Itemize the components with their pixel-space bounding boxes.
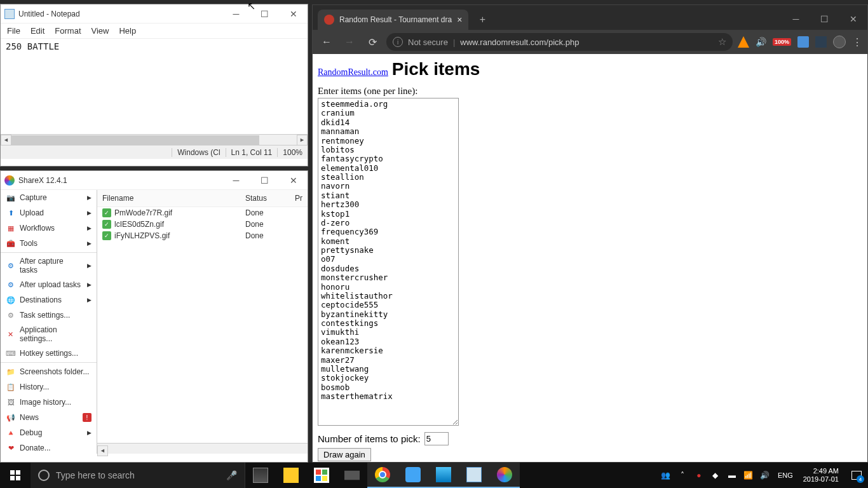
sidebar-item[interactable]: 📋History... bbox=[1, 379, 97, 395]
chrome-taskbar-button[interactable] bbox=[367, 463, 398, 488]
close-button[interactable]: ✕ bbox=[279, 171, 308, 190]
taskbar-search[interactable]: Type here to search 🎤 bbox=[31, 463, 245, 488]
app2-taskbar-button[interactable] bbox=[428, 463, 459, 488]
sidebar-item[interactable]: 📢News! bbox=[1, 410, 97, 425]
site-info-icon[interactable]: i bbox=[393, 37, 403, 47]
close-button[interactable]: ✕ bbox=[839, 10, 867, 29]
forward-button[interactable]: → bbox=[341, 33, 358, 51]
sidebar-item-icon: 🧰 bbox=[6, 238, 16, 248]
file-status: Done bbox=[245, 208, 264, 217]
chrome-toolbar: ← → ⟳ i Not secure | www.randomresult.co… bbox=[313, 30, 867, 54]
sharex-taskbar-button[interactable] bbox=[489, 463, 520, 488]
file-row[interactable]: ✓PmWode7r7R.gifDone bbox=[97, 207, 308, 219]
sharex-titlebar[interactable]: ShareX 12.4.1 ─ ☐ ✕ bbox=[1, 171, 308, 190]
menu-view[interactable]: View bbox=[92, 26, 109, 36]
col-filename[interactable]: Filename bbox=[102, 194, 245, 203]
back-button[interactable]: ← bbox=[318, 33, 336, 51]
browser-tab[interactable]: Random Result - Tournament dra × bbox=[318, 10, 468, 30]
sidebar-item[interactable]: 🌐Destinations▶ bbox=[1, 292, 97, 308]
chrome-menu-icon[interactable]: ⋮ bbox=[852, 36, 862, 48]
tray-app-icon[interactable]: ◆ bbox=[709, 469, 722, 482]
chevron-right-icon: ▶ bbox=[87, 262, 92, 269]
sidebar-item[interactable]: ⬆Upload▶ bbox=[1, 205, 97, 220]
col-extra[interactable]: Pr bbox=[295, 194, 302, 203]
close-button[interactable]: ✕ bbox=[279, 4, 308, 24]
file-row[interactable]: ✓lcIES0d5Zn.gifDone bbox=[97, 219, 308, 230]
chevron-right-icon: ▶ bbox=[87, 194, 92, 201]
items-textarea[interactable] bbox=[318, 98, 459, 426]
minimize-button[interactable]: ─ bbox=[222, 171, 250, 190]
sidebar-item-icon: 📋 bbox=[6, 382, 16, 392]
volume-icon[interactable]: 🔊 bbox=[759, 469, 771, 482]
menu-format[interactable]: Format bbox=[55, 26, 81, 36]
mail-button[interactable] bbox=[337, 463, 367, 488]
extension-navy-icon[interactable] bbox=[815, 36, 827, 48]
app1-taskbar-button[interactable] bbox=[398, 463, 428, 488]
sidebar-item[interactable]: 🖼Image history... bbox=[1, 395, 97, 410]
people-icon[interactable]: 👥 bbox=[660, 469, 672, 482]
scroll-thumb[interactable] bbox=[11, 135, 259, 145]
num-pick-input[interactable] bbox=[424, 432, 449, 445]
sidebar-item[interactable]: 📷Capture▶ bbox=[1, 190, 97, 205]
bookmark-star-icon[interactable]: ☆ bbox=[718, 36, 726, 48]
sidebar-item-label: Capture bbox=[20, 193, 47, 202]
address-bar[interactable]: i Not secure | www.randomresult.com/pick… bbox=[386, 33, 733, 51]
tray-expand-icon[interactable]: ˄ bbox=[676, 469, 689, 482]
notepad-taskbar-button[interactable] bbox=[459, 463, 489, 488]
new-tab-button[interactable]: + bbox=[473, 11, 491, 29]
notepad-textarea[interactable]: 250 BATTLE bbox=[1, 39, 308, 134]
scroll-left-icon[interactable]: ◄ bbox=[97, 445, 108, 456]
sidebar-item[interactable]: ▦Workflows▶ bbox=[1, 220, 97, 236]
language-indicator[interactable]: ENG bbox=[775, 469, 796, 482]
extension-badge[interactable]: 100% bbox=[773, 38, 791, 46]
maximize-button[interactable]: ☐ bbox=[250, 171, 279, 190]
scroll-left-icon[interactable]: ◄ bbox=[1, 135, 11, 146]
tray-record-icon[interactable]: ● bbox=[693, 469, 705, 482]
maximize-button[interactable]: ☐ bbox=[250, 4, 279, 24]
col-status[interactable]: Status bbox=[245, 194, 283, 203]
file-explorer-button[interactable] bbox=[276, 463, 306, 488]
sidebar-item[interactable]: ⌨Hotkey settings... bbox=[1, 346, 97, 361]
clock[interactable]: 2:49 AM 2019-07-01 bbox=[799, 467, 843, 484]
sharex-hscrollbar[interactable]: ◄ bbox=[97, 443, 308, 454]
sidebar-item[interactable]: ✕Application settings... bbox=[1, 323, 97, 346]
draw-again-button[interactable]: Draw again bbox=[318, 448, 371, 461]
tray-network-icon[interactable]: ▬ bbox=[726, 469, 738, 482]
profile-avatar-icon[interactable] bbox=[833, 36, 846, 48]
minimize-button[interactable]: ─ bbox=[782, 10, 810, 29]
extension-blue-icon[interactable] bbox=[797, 36, 809, 48]
wifi-icon[interactable]: 📶 bbox=[742, 469, 755, 482]
sidebar-item-label: After capture tasks bbox=[20, 257, 83, 274]
sidebar-item[interactable]: 🧰Tools▶ bbox=[1, 236, 97, 251]
sharex-title: ShareX 12.4.1 bbox=[18, 176, 222, 185]
task-view-button[interactable] bbox=[245, 463, 276, 488]
sidebar-item[interactable]: ⚙Task settings... bbox=[1, 308, 97, 323]
extension-fire-icon[interactable] bbox=[738, 36, 749, 48]
store-button[interactable] bbox=[306, 463, 337, 488]
action-center-button[interactable]: 4 bbox=[846, 463, 867, 488]
sidebar-item[interactable]: 📁Screenshots folder... bbox=[1, 364, 97, 379]
scroll-right-icon[interactable]: ► bbox=[297, 135, 308, 146]
tab-close-icon[interactable]: × bbox=[457, 15, 462, 25]
site-home-link[interactable]: RandomResult.com bbox=[318, 67, 388, 78]
start-button[interactable] bbox=[0, 463, 31, 488]
page-heading: Pick items bbox=[392, 59, 480, 79]
extension-volume-icon[interactable]: 🔊 bbox=[756, 37, 766, 47]
reload-button[interactable]: ⟳ bbox=[363, 33, 381, 51]
sidebar-item[interactable]: ⚙After upload tasks▶ bbox=[1, 277, 97, 292]
sidebar-item[interactable]: 🔺Debug▶ bbox=[1, 425, 97, 440]
sidebar-item-icon: ✕ bbox=[6, 329, 16, 339]
mic-icon[interactable]: 🎤 bbox=[226, 470, 237, 480]
maximize-button[interactable]: ☐ bbox=[810, 10, 839, 29]
sidebar-item[interactable]: ❤Donate... bbox=[1, 440, 97, 454]
menu-help[interactable]: Help bbox=[119, 26, 136, 36]
sidebar-item[interactable]: ⚙After capture tasks▶ bbox=[1, 254, 97, 277]
notepad-titlebar[interactable]: Untitled - Notepad ─ ☐ ✕ bbox=[1, 4, 308, 24]
menu-edit[interactable]: Edit bbox=[31, 26, 44, 36]
chrome-viewport[interactable]: RandomResult.com Pick items Enter items … bbox=[313, 54, 867, 462]
menu-file[interactable]: File bbox=[7, 26, 20, 36]
minimize-button[interactable]: ─ bbox=[222, 4, 250, 24]
notepad-hscrollbar[interactable]: ◄ ► bbox=[1, 134, 308, 145]
file-row[interactable]: ✓iFyNLHZPVS.gifDone bbox=[97, 230, 308, 241]
items-label: Enter items (one per line): bbox=[318, 86, 862, 97]
